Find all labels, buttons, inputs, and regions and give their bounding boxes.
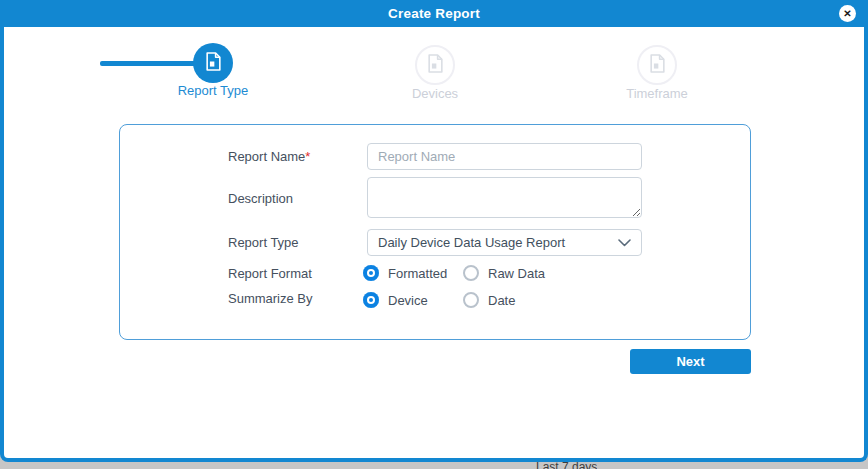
- radio-unselected-icon[interactable]: [463, 292, 479, 308]
- description-label: Description: [228, 191, 293, 206]
- modal-title: Create Report: [388, 6, 480, 21]
- document-icon: [205, 52, 222, 75]
- next-button[interactable]: Next: [630, 349, 751, 374]
- report-type-form-panel: Report Name* Description Report Type Dai…: [119, 124, 751, 340]
- radio-selected-icon[interactable]: [363, 265, 379, 281]
- summarize-by-label: Summarize By: [228, 291, 313, 306]
- step-report-type[interactable]: [193, 43, 233, 83]
- modal-header: Create Report ✕: [0, 0, 868, 27]
- radio-option-date[interactable]: Date: [463, 292, 515, 308]
- radio-unselected-icon[interactable]: [463, 265, 479, 281]
- report-type-label: Report Type: [228, 235, 299, 250]
- summarize-by-radio-group: Device Date: [363, 292, 515, 308]
- required-asterisk: *: [305, 149, 310, 164]
- report-name-input[interactable]: [367, 143, 642, 170]
- close-button[interactable]: ✕: [839, 5, 856, 22]
- report-name-label: Report Name*: [228, 149, 310, 164]
- step-label-timeframe: Timeframe: [587, 86, 727, 101]
- chevron-down-icon: [618, 239, 631, 247]
- report-type-select[interactable]: Daily Device Data Usage Report: [367, 229, 642, 256]
- radio-option-raw-data[interactable]: Raw Data: [463, 265, 545, 281]
- screen: Last 7 days Create Report ✕ Report Type: [0, 0, 868, 469]
- step-timeframe[interactable]: [637, 45, 677, 85]
- create-report-modal: Create Report ✕ Report Type: [0, 0, 868, 462]
- report-format-radio-group: Formatted Raw Data: [363, 265, 545, 281]
- document-icon: [427, 54, 444, 77]
- radio-option-formatted[interactable]: Formatted: [363, 265, 463, 281]
- step-label-devices: Devices: [365, 86, 505, 101]
- radio-selected-icon[interactable]: [363, 292, 379, 308]
- report-format-label: Report Format: [228, 266, 312, 281]
- description-textarea[interactable]: [367, 177, 642, 218]
- radio-option-device[interactable]: Device: [363, 292, 463, 308]
- step-label-report-type: Report Type: [143, 83, 283, 98]
- report-type-selected-value: Daily Device Data Usage Report: [378, 235, 612, 250]
- document-icon: [649, 54, 666, 77]
- close-icon: ✕: [843, 9, 851, 19]
- step-devices[interactable]: [415, 45, 455, 85]
